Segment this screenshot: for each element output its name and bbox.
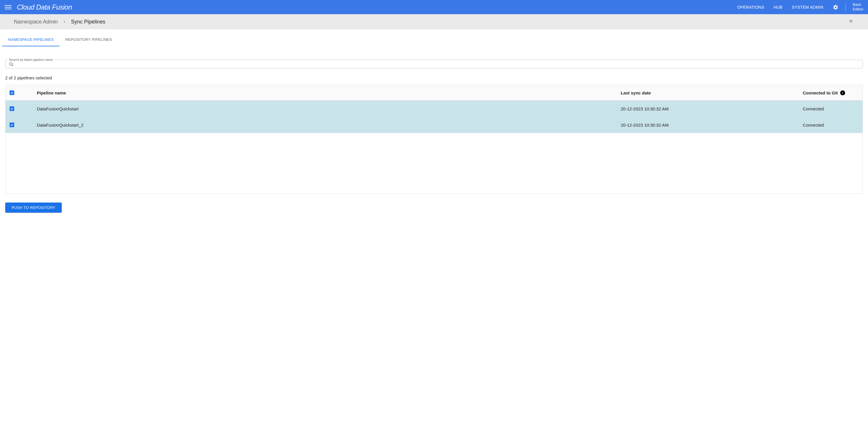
push-to-repository-button[interactable]: PUSH TO REPOSITORY bbox=[5, 202, 62, 213]
product-logo[interactable]: Cloud Data Fusion bbox=[17, 3, 72, 11]
pipelines-table: Pipeline name Last sync date Connected t… bbox=[5, 85, 863, 194]
action-bar: PUSH TO REPOSITORY bbox=[5, 202, 863, 213]
selection-count: 2 of 2 pipelines selected bbox=[5, 75, 863, 80]
header-last-sync: Last sync date bbox=[621, 90, 803, 95]
top-app-bar: Cloud Data Fusion OPERATIONS HUB SYSTEM … bbox=[0, 0, 868, 14]
menu-icon[interactable] bbox=[5, 4, 11, 11]
header-connected-git: Connected to Git i bbox=[803, 90, 859, 95]
tabs: NAMESPACE PIPELINES REPOSITORY PIPELINES bbox=[2, 29, 863, 46]
row-pipeline-name: DataFusionQuickstart bbox=[37, 106, 621, 111]
info-icon[interactable]: i bbox=[840, 90, 845, 95]
nav-system-admin[interactable]: SYSTEM ADMIN bbox=[792, 5, 824, 9]
search-input[interactable] bbox=[16, 63, 859, 67]
header-pipeline-name: Pipeline name bbox=[37, 90, 621, 95]
row-checkbox[interactable] bbox=[9, 123, 14, 127]
row-sync-date: 20-12-2023 10:30:32 AM bbox=[621, 123, 803, 128]
row-checkbox-cell bbox=[9, 123, 37, 127]
header-checkbox-cell bbox=[9, 90, 37, 95]
table-row[interactable]: DataFusionQuickstart 20-12-2023 10:30:32… bbox=[5, 101, 863, 117]
tab-repository-pipelines[interactable]: REPOSITORY PIPELINES bbox=[59, 29, 118, 46]
search-container: Search by batch pipeline name bbox=[5, 58, 863, 68]
svg-point-0 bbox=[9, 63, 12, 65]
row-git-status: Connected bbox=[803, 106, 859, 111]
row-checkbox[interactable] bbox=[9, 106, 14, 111]
gear-icon[interactable] bbox=[833, 4, 838, 10]
breadcrumb-current: Sync Pipelines bbox=[71, 19, 105, 25]
close-icon[interactable] bbox=[848, 19, 854, 25]
table-row[interactable]: DataFusionQuickstart_2 20-12-2023 10:30:… bbox=[5, 117, 863, 133]
edition-line2: Edition bbox=[852, 7, 863, 12]
tab-namespace-pipelines[interactable]: NAMESPACE PIPELINES bbox=[2, 29, 59, 46]
header-connected-git-label: Connected to Git bbox=[803, 90, 838, 95]
breadcrumb-root[interactable]: Namespace Admin bbox=[14, 19, 58, 25]
main-content: NAMESPACE PIPELINES REPOSITORY PIPELINES… bbox=[0, 29, 868, 218]
chevron-right-icon bbox=[63, 20, 66, 24]
row-checkbox-cell bbox=[9, 106, 37, 111]
breadcrumb: Namespace Admin Sync Pipelines bbox=[0, 14, 868, 29]
nav-operations[interactable]: OPERATIONS bbox=[737, 5, 765, 9]
divider bbox=[845, 3, 846, 11]
edition-line1: Basic bbox=[852, 3, 863, 7]
search-fieldset: Search by batch pipeline name bbox=[5, 58, 863, 68]
nav-right: OPERATIONS HUB SYSTEM ADMIN Basic Editio… bbox=[737, 3, 863, 11]
row-pipeline-name: DataFusionQuickstart_2 bbox=[37, 123, 621, 128]
nav-hub[interactable]: HUB bbox=[774, 5, 782, 9]
search-icon bbox=[9, 62, 13, 68]
row-git-status: Connected bbox=[803, 123, 859, 128]
row-sync-date: 20-12-2023 10:30:32 AM bbox=[621, 106, 803, 111]
edition-label: Basic Edition bbox=[852, 3, 863, 11]
table-header-row: Pipeline name Last sync date Connected t… bbox=[5, 85, 863, 101]
search-label: Search by batch pipeline name bbox=[8, 58, 54, 61]
select-all-checkbox[interactable] bbox=[9, 90, 14, 95]
